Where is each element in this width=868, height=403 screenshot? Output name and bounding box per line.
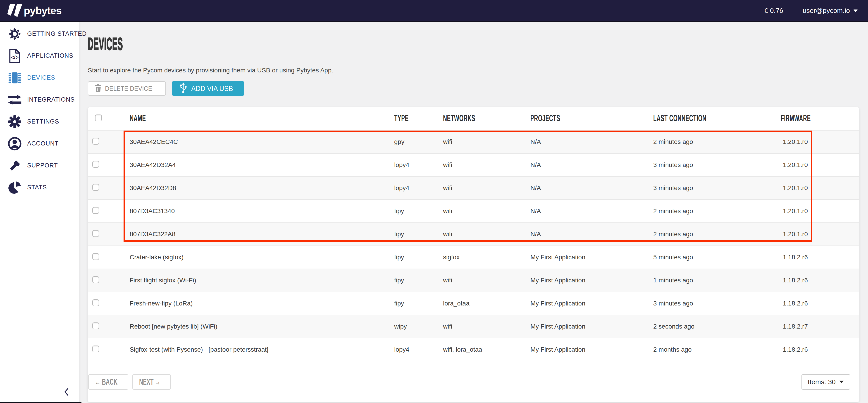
device-name[interactable]: 30AEA42D32D8 <box>118 184 387 192</box>
device-networks: wifi <box>436 138 523 146</box>
device-projects: My First Application <box>523 300 646 307</box>
sidebar-item-label: STATS <box>27 184 47 191</box>
gear-icon <box>8 115 22 129</box>
wrench-icon <box>8 159 22 173</box>
device-last-connection: 2 seconds ago <box>646 323 773 330</box>
table-header-row: NAME TYPE NETWORKS PROJECTS LAST CONNECT… <box>88 107 859 130</box>
delete-device-label: DELETE DEVICE <box>105 85 152 92</box>
row-checkbox[interactable] <box>92 161 99 168</box>
items-per-page-dropdown[interactable]: Items: 30 <box>802 374 850 390</box>
next-button[interactable]: NEXT → <box>132 374 171 390</box>
device-type: fipy <box>387 277 436 284</box>
table-row[interactable]: 30AEA42D32A4 lopy4 wifi N/A 3 minutes ag… <box>88 153 859 176</box>
sidebar-item-label: ACCOUNT <box>27 140 59 147</box>
trash-icon <box>95 84 101 93</box>
column-header-last-connection[interactable]: LAST CONNECTION <box>653 113 707 124</box>
device-name[interactable]: Crater-lake (sigfox) <box>118 254 387 261</box>
device-projects: N/A <box>523 138 646 146</box>
delete-device-button[interactable]: DELETE DEVICE <box>88 81 166 96</box>
device-name[interactable]: 30AEA42CEC4C <box>118 138 387 146</box>
user-icon <box>8 137 22 151</box>
device-firmware: 1.18.2.r6 <box>773 346 859 353</box>
device-networks: wifi <box>436 277 523 284</box>
table-row[interactable]: 30AEA42CEC4C gpy wifi N/A 2 minutes ago … <box>88 130 859 153</box>
device-projects: My First Application <box>523 254 646 261</box>
add-via-usb-button[interactable]: ADD VIA USB <box>172 81 244 96</box>
device-networks: wifi <box>436 323 523 330</box>
row-checkbox[interactable] <box>92 322 99 329</box>
row-checkbox[interactable] <box>92 207 99 214</box>
device-name[interactable]: Sigfox-test (with Pysense) - [pastoor pe… <box>118 346 387 353</box>
device-last-connection: 3 minutes ago <box>646 184 773 192</box>
device-name[interactable]: 807D3AC31340 <box>118 208 387 215</box>
row-checkbox[interactable] <box>92 345 99 352</box>
logo-text: pybytes <box>24 4 62 17</box>
back-button[interactable]: ← BACK <box>88 374 128 390</box>
device-name[interactable]: Fresh-new-fipy (LoRa) <box>118 300 387 307</box>
device-firmware: 1.20.1.r0 <box>773 184 859 192</box>
user-menu[interactable]: user@pycom.io <box>803 7 858 14</box>
pybytes-logo[interactable]: pybytes <box>8 4 62 17</box>
device-firmware: 1.20.1.r0 <box>773 230 859 238</box>
device-last-connection: 5 minutes ago <box>646 254 773 261</box>
device-name[interactable]: First flight sigfox (Wi-Fi) <box>118 277 387 284</box>
device-name[interactable]: 30AEA42D32A4 <box>118 161 387 168</box>
table-row[interactable]: Fresh-new-fipy (LoRa) fipy lora_otaa My … <box>88 292 859 315</box>
device-networks: sigfox <box>436 254 523 261</box>
device-firmware: 1.18.2.r6 <box>773 300 859 307</box>
device-last-connection: 2 minutes ago <box>646 208 773 215</box>
device-projects: My First Application <box>523 277 646 284</box>
sidebar-item-settings[interactable]: SETTINGS <box>0 111 79 133</box>
device-networks: wifi <box>436 184 523 192</box>
row-checkbox[interactable] <box>92 138 99 145</box>
sidebar-item-label: SUPPORT <box>27 162 58 169</box>
sidebar-item-applications[interactable]: </> APPLICATIONS <box>0 45 79 67</box>
table-row[interactable]: 30AEA42D32D8 lopy4 wifi N/A 3 minutes ag… <box>88 176 859 199</box>
device-last-connection: 3 minutes ago <box>646 300 773 307</box>
sidebar-item-devices[interactable]: DEVICES <box>0 67 79 89</box>
table-row[interactable]: Reboot [new pybytes lib] (WiFi) wipy wif… <box>88 315 859 338</box>
device-projects: My First Application <box>523 323 646 330</box>
device-last-connection: 2 minutes ago <box>646 230 773 238</box>
table-row[interactable]: Crater-lake (sigfox) fipy sigfox My Firs… <box>88 246 859 269</box>
column-header-projects[interactable]: PROJECTS <box>530 113 560 124</box>
sidebar-item-account[interactable]: ACCOUNT <box>0 133 79 155</box>
device-type: fipy <box>387 254 436 261</box>
column-header-name[interactable]: NAME <box>130 113 146 124</box>
table-row[interactable]: First flight sigfox (Wi-Fi) fipy wifi My… <box>88 269 859 292</box>
column-header-networks[interactable]: NETWORKS <box>443 113 475 124</box>
device-type: gpy <box>387 138 436 146</box>
sidebar-item-support[interactable]: SUPPORT <box>0 155 79 177</box>
row-checkbox[interactable] <box>92 276 99 283</box>
table-row[interactable]: 807D3AC322A8 fipy wifi N/A 2 minutes ago… <box>88 222 859 246</box>
table-row[interactable]: Sigfox-test (with Pysense) - [pastoor pe… <box>88 338 859 361</box>
svg-text:</>: </> <box>11 54 19 60</box>
main-content: DEVICES Start to explore the Pycom devic… <box>79 22 868 403</box>
chevron-down-icon <box>854 9 858 12</box>
sidebar-item-stats[interactable]: STATS <box>0 177 79 198</box>
device-name[interactable]: Reboot [new pybytes lib] (WiFi) <box>118 323 387 330</box>
device-type: wipy <box>387 323 436 330</box>
row-checkbox[interactable] <box>92 253 99 260</box>
row-checkbox[interactable] <box>92 230 99 237</box>
device-firmware: 1.18.2.r6 <box>773 277 859 284</box>
chevron-down-icon <box>839 381 844 383</box>
device-firmware: 1.18.2.r6 <box>773 254 859 261</box>
device-name[interactable]: 807D3AC322A8 <box>118 230 387 238</box>
pycom-logo-icon <box>6 4 22 17</box>
select-all-checkbox[interactable] <box>95 115 102 121</box>
column-header-type[interactable]: TYPE <box>394 113 409 124</box>
next-button-label: NEXT → <box>139 377 160 387</box>
row-checkbox[interactable] <box>92 299 99 306</box>
row-checkbox[interactable] <box>92 184 99 191</box>
column-header-firmware[interactable]: FIRMWARE <box>781 113 811 124</box>
items-per-page-label: Items: 30 <box>808 378 836 386</box>
sidebar-collapse-button[interactable] <box>64 388 69 397</box>
table-footer: ← BACK NEXT → Items: 30 <box>88 361 859 402</box>
sidebar-item-getting-started[interactable]: GETTING STARTED <box>0 23 79 45</box>
sidebar-item-integrations[interactable]: INTEGRATIONS <box>0 89 79 111</box>
sidebar-item-label: GETTING STARTED <box>27 30 87 37</box>
sidebar: GETTING STARTED </> APPLICATIONS <box>0 22 79 403</box>
swap-arrows-icon <box>8 93 22 107</box>
table-row[interactable]: 807D3AC31340 fipy wifi N/A 2 minutes ago… <box>88 199 859 222</box>
